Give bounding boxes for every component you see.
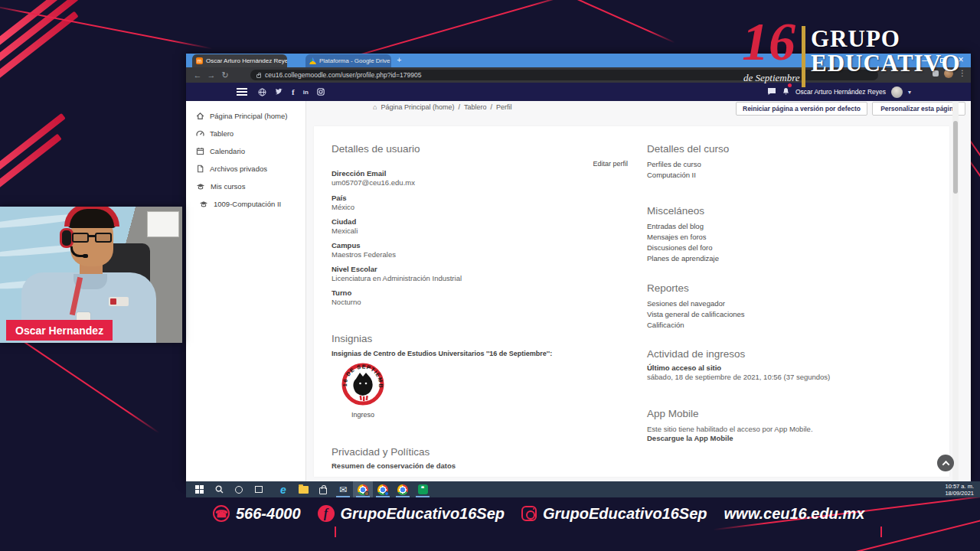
customize-page-button[interactable]: Personalizar esta página <box>872 102 965 116</box>
scroll-to-top-button[interactable] <box>937 455 954 471</box>
badge-caption[interactable]: Ingreso <box>341 411 385 419</box>
microphone-tip <box>83 254 88 258</box>
twitter-icon[interactable] <box>275 88 283 96</box>
start-button[interactable] <box>189 481 209 497</box>
chrome-profile-icon[interactable] <box>353 481 373 497</box>
report-link[interactable]: Vista general de calificaciones <box>647 310 745 318</box>
logo-line1: GRUPO <box>811 28 900 51</box>
file-icon <box>196 165 204 173</box>
facebook-icon[interactable]: f <box>292 87 295 96</box>
browser-tab-drive[interactable]: Plataforma - Google Drive × <box>305 54 391 67</box>
field-label: Campus <box>332 241 360 249</box>
app-mobile-title: App Mobile <box>647 408 699 419</box>
sidebar-item-archivos[interactable]: Archivos privados <box>186 160 305 178</box>
moodle-icon: m <box>196 57 203 64</box>
edge-icon[interactable]: e <box>273 481 293 497</box>
report-link[interactable]: Sesiones del navegador <box>647 299 725 308</box>
instagram-icon[interactable] <box>317 88 325 96</box>
hamburger-menu-icon[interactable] <box>237 88 247 96</box>
breadcrumb-home[interactable]: Página Principal (home) <box>381 103 454 111</box>
store-icon[interactable] <box>313 481 333 497</box>
field-value: Licenciatura en Administración Industria… <box>332 274 462 282</box>
webcam-overlay: Oscar Hernandez <box>0 207 182 343</box>
facebook-handle: GrupoEducativo16Sep <box>341 505 505 523</box>
sidebar-item-calendario[interactable]: Calendario <box>186 142 305 160</box>
misc-link[interactable]: Discusiones del foro <box>647 243 713 252</box>
instagram-handle: GrupoEducativo16Sep <box>543 505 707 523</box>
page-scrollbar[interactable] <box>952 101 959 482</box>
sidebar-item-label: Archivos privados <box>210 165 267 173</box>
sidebar-nav: Página Principal (home) Tablero Calendar… <box>186 101 306 482</box>
misc-link[interactable]: Planes de aprendizaje <box>647 254 719 262</box>
browser-window: m Oscar Arturo Hernández Reyes | × Plata… <box>186 54 971 482</box>
field-label: País <box>332 194 347 202</box>
misc-link[interactable]: Mensajes en foros <box>647 233 707 241</box>
reset-page-button[interactable]: Reiniciar página a versión por defecto <box>736 102 867 116</box>
course-link[interactable]: Perfiles de curso <box>647 160 701 168</box>
browser-tab-moodle[interactable]: m Oscar Arturo Hernández Reyes | × <box>192 54 287 67</box>
logo-number: 16 <box>742 15 795 69</box>
file-explorer-icon[interactable] <box>293 481 313 497</box>
lock-icon <box>256 74 261 78</box>
edit-profile-link[interactable]: Editar perfil <box>574 160 628 168</box>
course-link[interactable]: Computación II <box>647 171 696 179</box>
field-value: Maestros Federales <box>332 250 396 259</box>
deco-line <box>534 0 675 44</box>
cortana-icon[interactable] <box>229 481 249 497</box>
field-value[interactable]: um05707@ceu16.edu.mx <box>332 178 415 187</box>
globe-icon[interactable] <box>258 88 266 96</box>
badge-16-septiembre[interactable]: 16 DE SEPTIEMBRE <box>341 362 385 406</box>
windows-taskbar: e ✉ ❝ 10:57 a. m. 18/09/2021 <box>186 481 980 497</box>
reports-title: Reportes <box>647 282 689 294</box>
deco-stripe <box>0 11 79 106</box>
field-label: Turno <box>332 289 351 297</box>
breadcrumb-tablero[interactable]: Tablero <box>464 103 487 111</box>
instagram-icon <box>521 506 537 521</box>
sidebar-item-computacion[interactable]: 1009-Computación II <box>186 195 305 213</box>
field-label: Dirección Email <box>332 169 386 178</box>
tab-title: Oscar Arturo Hernández Reyes | <box>206 57 287 64</box>
dashboard-icon <box>196 129 204 138</box>
graduation-cap-icon <box>196 182 205 191</box>
chrome-meet-icon[interactable] <box>373 481 393 497</box>
calendar-icon <box>196 147 204 155</box>
badges-title: Insignias <box>332 333 372 344</box>
home-icon: ⌂ <box>373 103 377 111</box>
sidebar-item-home[interactable]: Página Principal (home) <box>186 107 305 125</box>
breadcrumb-separator: / <box>458 103 460 111</box>
taskbar-clock[interactable]: 10:57 a. m. 18/09/2021 <box>945 483 974 497</box>
chevron-up-icon <box>942 460 949 468</box>
app-mobile-link[interactable]: Descargue la App Mobile <box>647 434 733 442</box>
deco-stripe <box>0 0 77 55</box>
report-link[interactable]: Calificación <box>647 321 684 329</box>
taskbar-search-icon[interactable] <box>209 481 229 497</box>
video-frame: m Oscar Arturo Hernández Reyes | × Plata… <box>0 0 980 551</box>
privacy-link[interactable]: Resumen de conservación de datos <box>332 461 456 470</box>
linkedin-icon[interactable]: in <box>303 89 309 96</box>
logo-subtitle: de Septiembre <box>743 72 800 84</box>
headphones-band <box>64 207 119 227</box>
clock-date: 18/09/2021 <box>945 490 974 497</box>
last-access-label: Último acceso al sitio <box>647 364 721 372</box>
chrome-icon[interactable] <box>393 481 413 497</box>
mail-icon[interactable]: ✉ <box>333 481 353 497</box>
hangouts-icon[interactable]: ❝ <box>413 481 433 497</box>
deco-stripe <box>0 0 79 80</box>
url-text: ceu16.collegemoodle.com/user/profile.php… <box>265 71 421 79</box>
back-icon[interactable]: ← <box>191 70 204 80</box>
user-details-title: Detalles de usuario <box>332 143 420 155</box>
windows-logo-icon <box>195 485 204 494</box>
sidebar-item-tablero[interactable]: Tablero <box>186 125 305 142</box>
new-tab-button[interactable]: + <box>394 56 404 66</box>
banner-facebook: f GrupoEducativo16Sep <box>318 505 505 523</box>
graduation-cap-icon <box>199 200 208 208</box>
misc-link[interactable]: Entradas del blog <box>647 222 704 230</box>
task-view-icon[interactable] <box>249 481 269 497</box>
scrollbar-thumb[interactable] <box>953 121 958 194</box>
website-url: www.ceu16.edu.mx <box>724 505 865 523</box>
forward-icon[interactable]: → <box>204 70 218 80</box>
sidebar-item-mis-cursos[interactable]: Mis cursos <box>186 178 305 195</box>
tab-title: Plataforma - Google Drive <box>319 57 390 64</box>
deco-line <box>0 4 212 49</box>
refresh-icon[interactable]: ↻ <box>218 70 232 80</box>
